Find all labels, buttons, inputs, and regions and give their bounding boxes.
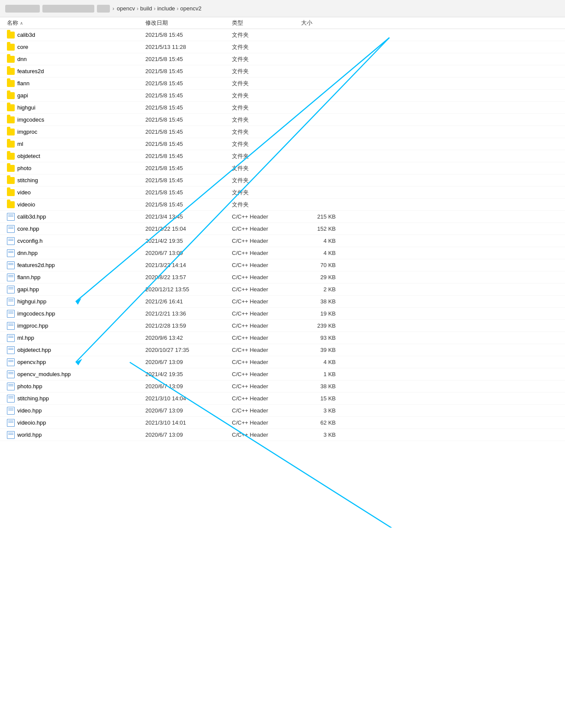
folder-row[interactable]: videoio 2021/5/8 15:45 文件夹 [0, 199, 565, 211]
folder-date: 2021/5/8 15:45 [145, 201, 232, 208]
file-date: 2021/3/23 14:14 [145, 262, 232, 268]
hpp-icon [7, 225, 15, 233]
breadcrumb-item-opencv2[interactable]: opencv2 [180, 5, 202, 12]
folder-row[interactable]: calib3d 2021/5/8 15:45 文件夹 [0, 29, 565, 41]
file-row[interactable]: stitching.hpp 2021/3/10 14:04 C/C++ Head… [0, 393, 565, 405]
file-size: 29 KB [301, 274, 344, 280]
breadcrumb-item-opencv[interactable]: opencv [117, 5, 135, 12]
file-row[interactable]: photo.hpp 2020/6/7 13:09 C/C++ Header 38… [0, 380, 565, 393]
file-row[interactable]: features2d.hpp 2021/3/23 14:14 C/C++ Hea… [0, 259, 565, 271]
folder-icon [7, 92, 15, 99]
col-header-type[interactable]: 类型 [232, 19, 301, 27]
file-row[interactable]: objdetect.hpp 2020/10/27 17:35 C/C++ Hea… [0, 344, 565, 356]
file-row[interactable]: flann.hpp 2020/8/22 13:57 C/C++ Header 2… [0, 271, 565, 283]
breadcrumb-item-build[interactable]: build [140, 5, 152, 12]
file-name: imgcodecs.hpp [17, 310, 55, 317]
folder-name: stitching [17, 177, 38, 184]
hpp-icon [7, 334, 15, 342]
file-row[interactable]: ml.hpp 2020/9/6 13:42 C/C++ Header 93 KB [0, 332, 565, 344]
file-row[interactable]: gapi.hpp 2020/12/12 13:55 C/C++ Header 2… [0, 283, 565, 296]
col-header-date[interactable]: 修改日期 [145, 19, 232, 27]
folder-icon [7, 165, 15, 172]
folder-icon [7, 189, 15, 196]
file-date: 2020/9/6 13:42 [145, 335, 232, 341]
hpp-icon [7, 407, 15, 415]
file-row[interactable]: opencv.hpp 2020/6/7 13:09 C/C++ Header 4… [0, 356, 565, 368]
file-row[interactable]: imgproc.hpp 2021/2/28 13:59 C/C++ Header… [0, 320, 565, 332]
folder-row[interactable]: flann 2021/5/8 15:45 文件夹 [0, 77, 565, 90]
folder-name: calib3d [17, 32, 35, 38]
folder-row[interactable]: imgproc 2021/5/8 15:45 文件夹 [0, 126, 565, 138]
file-type: C/C++ Header [232, 213, 301, 220]
file-row[interactable]: video.hpp 2020/6/7 13:09 C/C++ Header 3 … [0, 405, 565, 417]
breadcrumb-sep-0: › [112, 6, 114, 12]
folder-type: 文件夹 [232, 177, 301, 184]
folder-date: 2021/5/8 15:45 [145, 56, 232, 62]
hpp-icon [7, 249, 15, 257]
folder-row[interactable]: core 2021/5/13 11:28 文件夹 [0, 41, 565, 53]
folder-row[interactable]: features2d 2021/5/8 15:45 文件夹 [0, 65, 565, 77]
file-type: C/C++ Header [232, 432, 301, 438]
file-row[interactable]: calib3d.hpp 2021/3/4 13:45 C/C++ Header … [0, 211, 565, 223]
hpp-icon [7, 431, 15, 439]
file-row[interactable]: world.hpp 2020/6/7 13:09 C/C++ Header 3 … [0, 429, 565, 441]
folder-icon [7, 201, 15, 208]
folder-name: objdetect [17, 153, 40, 159]
file-row[interactable]: highgui.hpp 2021/2/6 16:41 C/C++ Header … [0, 296, 565, 308]
file-name: features2d.hpp [17, 262, 55, 268]
file-date: 2021/4/2 19:35 [145, 371, 232, 377]
file-type: C/C++ Header [232, 274, 301, 280]
file-type: C/C++ Header [232, 225, 301, 232]
hpp-icon [7, 286, 15, 293]
folder-row[interactable]: highgui 2021/5/8 15:45 文件夹 [0, 102, 565, 114]
file-row[interactable]: dnn.hpp 2020/6/7 13:09 C/C++ Header 4 KB [0, 247, 565, 259]
folder-row[interactable]: dnn 2021/5/8 15:45 文件夹 [0, 53, 565, 65]
file-name: cvconfig.h [17, 238, 43, 244]
file-row[interactable]: core.hpp 2021/2/22 15:04 C/C++ Header 15… [0, 223, 565, 235]
folder-date: 2021/5/8 15:45 [145, 68, 232, 74]
folder-date: 2021/5/8 15:45 [145, 165, 232, 171]
folder-date: 2021/5/8 15:45 [145, 80, 232, 87]
folder-date: 2021/5/8 15:45 [145, 189, 232, 196]
folder-row[interactable]: objdetect 2021/5/8 15:45 文件夹 [0, 150, 565, 162]
col-header-size[interactable]: 大小 [301, 19, 344, 27]
folder-type: 文件夹 [232, 116, 301, 124]
file-name: imgproc.hpp [17, 322, 48, 329]
folder-icon [7, 68, 15, 75]
file-type: C/C++ Header [232, 250, 301, 256]
folder-type: 文件夹 [232, 55, 301, 63]
folder-icon [7, 104, 15, 111]
file-row[interactable]: opencv_modules.hpp 2021/4/2 19:35 C/C++ … [0, 368, 565, 380]
folder-icon [7, 153, 15, 160]
col-name-label: 名称 [7, 19, 18, 27]
folder-row[interactable]: gapi 2021/5/8 15:45 文件夹 [0, 90, 565, 102]
folder-row[interactable]: photo 2021/5/8 15:45 文件夹 [0, 162, 565, 174]
breadcrumb: opencv › build › include › opencv2 [117, 5, 202, 12]
folder-row[interactable]: imgcodecs 2021/5/8 15:45 文件夹 [0, 114, 565, 126]
folder-date: 2021/5/8 15:45 [145, 129, 232, 135]
folder-icon [7, 32, 15, 39]
folder-name: imgproc [17, 129, 37, 135]
file-type: C/C++ Header [232, 407, 301, 414]
folder-type: 文件夹 [232, 128, 301, 136]
file-size: 93 KB [301, 335, 344, 341]
file-date: 2021/3/10 14:01 [145, 419, 232, 426]
folder-name: dnn [17, 56, 27, 62]
folder-type: 文件夹 [232, 164, 301, 172]
folder-row[interactable]: stitching 2021/5/8 15:45 文件夹 [0, 174, 565, 187]
col-header-name[interactable]: 名称 ∧ [7, 19, 145, 27]
file-row[interactable]: cvconfig.h 2021/4/2 19:35 C/C++ Header 4… [0, 235, 565, 247]
file-date: 2021/2/22 15:04 [145, 225, 232, 232]
file-row[interactable]: videoio.hpp 2021/3/10 14:01 C/C++ Header… [0, 417, 565, 429]
folder-name: ml [17, 141, 23, 147]
file-date: 2021/2/6 16:41 [145, 298, 232, 305]
breadcrumb-item-include[interactable]: include [157, 5, 175, 12]
folder-row[interactable]: video 2021/5/8 15:45 文件夹 [0, 187, 565, 199]
file-size: 70 KB [301, 262, 344, 268]
folder-row[interactable]: ml 2021/5/8 15:45 文件夹 [0, 138, 565, 150]
hpp-icon [7, 274, 15, 281]
title-blur-3 [97, 5, 110, 13]
hpp-icon [7, 395, 15, 403]
file-row[interactable]: imgcodecs.hpp 2021/2/21 13:36 C/C++ Head… [0, 308, 565, 320]
file-size: 1 KB [301, 371, 344, 377]
